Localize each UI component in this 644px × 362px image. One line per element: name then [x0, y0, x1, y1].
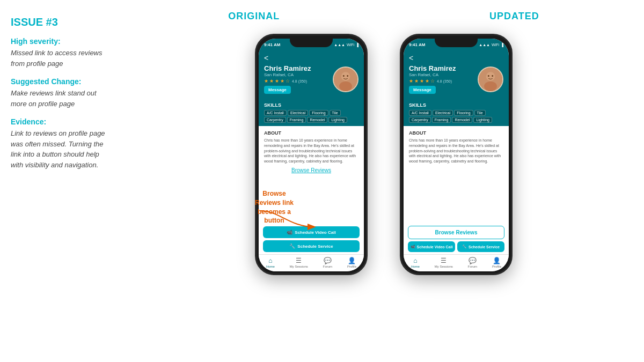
- action-buttons-row: 📹 Schedule Video Call 🔧 Schedule Service: [404, 241, 509, 254]
- browse-reviews-link[interactable]: Browse Reviews: [264, 164, 358, 175]
- skill-ac-u: A/C Install: [409, 110, 431, 116]
- updated-phone: 9:41 AM ▲▲▲ WiFi ▐ < Chris Ramirez: [400, 34, 513, 275]
- star-2-u: ★: [414, 78, 419, 84]
- status-time-updated: 9:41 AM: [409, 42, 425, 47]
- nav-home[interactable]: ⌂ Home: [266, 257, 275, 268]
- skill-carpentry: Carpentry: [264, 117, 286, 123]
- message-button[interactable]: Message: [264, 86, 291, 94]
- skills-row: A/C Install Electrical Flooring Tile Car…: [264, 110, 358, 123]
- nav-sessions[interactable]: ☰ My Sessions: [290, 257, 308, 268]
- skill-flooring-u: Flooring: [454, 110, 473, 116]
- wrench-icon: 🔧: [289, 243, 295, 249]
- high-severity-text: Missed link to access reviews from profi…: [11, 48, 113, 69]
- status-icons: ▲▲▲ WiFi ▐: [334, 43, 358, 47]
- nav-forum[interactable]: 💬 Forum: [323, 257, 332, 268]
- about-text-updated: Chris has more than 10 years experience …: [409, 138, 503, 164]
- svg-point-8: [488, 75, 489, 77]
- original-phone: 9:41 AM ▲▲▲ WiFi ▐ < Chris Ramirez: [255, 34, 368, 275]
- bottom-nav: ⌂ Home ☰ My Sessions 💬 Forum 👤: [259, 254, 364, 271]
- message-button-updated[interactable]: Message: [409, 86, 436, 94]
- suggested-change-label: Suggested Change:: [11, 77, 113, 86]
- schedule-video-label-updated: Schedule Video Call: [417, 245, 453, 249]
- original-screen: 9:41 AM ▲▲▲ WiFi ▐ < Chris Ramirez: [259, 39, 364, 271]
- rating-value: 4.8 (350): [292, 79, 307, 83]
- nav-forum-label-updated: Forum: [468, 265, 477, 268]
- annotation-overlay: BrowseReviews linkbecomes abutton: [123, 34, 644, 362]
- profile-name-updated: Chris Ramirez: [409, 64, 473, 72]
- sessions-icon-updated: ☰: [441, 257, 447, 264]
- schedule-video-button-updated[interactable]: 📹 Schedule Video Call: [408, 241, 455, 252]
- star-3-u: ★: [420, 78, 424, 84]
- signal-icon: ▲▲▲: [334, 43, 345, 47]
- schedule-service-button-updated[interactable]: 🔧 Schedule Service: [457, 241, 504, 252]
- skill-tile: Tile: [330, 110, 341, 116]
- profile-rating-updated: ★ ★ ★ ★ ☆ 4.8 (350): [409, 78, 473, 84]
- suggested-change-text: Make reviews link stand out more on prof…: [11, 88, 113, 109]
- phone-notch-updated: [435, 35, 478, 47]
- svg-point-3: [343, 75, 345, 77]
- skill-electrical-u: Electrical: [433, 110, 453, 116]
- svg-point-1: [341, 72, 350, 81]
- phones-container: 9:41 AM ▲▲▲ WiFi ▐ < Chris Ramirez: [123, 34, 644, 362]
- back-button[interactable]: <: [264, 54, 358, 62]
- about-title: ABOUT: [264, 130, 358, 136]
- browse-reviews-button[interactable]: Browse Reviews: [408, 226, 504, 239]
- nav-profile[interactable]: 👤 Profile: [347, 257, 356, 268]
- back-button-updated[interactable]: <: [409, 54, 503, 62]
- profile-name: Chris Ramirez: [264, 64, 328, 72]
- schedule-video-button[interactable]: 📹 Schedule Video Call: [263, 226, 360, 238]
- status-icons-updated: ▲▲▲ WiFi ▐: [479, 43, 503, 47]
- schedule-service-label-updated: Schedule Service: [469, 245, 500, 249]
- battery-icon: ▐: [356, 43, 358, 47]
- profile-rating: ★ ★ ★ ★ ☆ 4.8 (350): [264, 78, 328, 84]
- nav-profile-updated[interactable]: 👤 Profile: [492, 257, 501, 268]
- about-section: ABOUT Chris has more than 10 years exper…: [259, 126, 364, 226]
- home-icon-updated: ⌂: [413, 257, 417, 264]
- battery-icon-updated: ▐: [501, 43, 503, 47]
- skill-framing-u: Framing: [432, 117, 451, 123]
- bottom-nav-updated: ⌂ Home ☰ My Sessions 💬 Forum 👤: [404, 254, 509, 271]
- about-title-updated: ABOUT: [409, 130, 503, 136]
- sessions-icon: ☰: [296, 257, 302, 264]
- avatar-face: [334, 68, 357, 91]
- evidence-text: Link to reviews on profile page was ofte…: [11, 128, 113, 170]
- nav-profile-label: Profile: [347, 265, 356, 268]
- schedule-service-button[interactable]: 🔧 Schedule Service: [263, 240, 360, 252]
- original-phone-col: 9:41 AM ▲▲▲ WiFi ▐ < Chris Ramirez: [255, 34, 368, 275]
- skill-lighting: Lighting: [328, 117, 347, 123]
- skills-row-updated: A/C Install Electrical Flooring Tile Car…: [409, 110, 503, 123]
- signal-icon-updated: ▲▲▲: [479, 43, 490, 47]
- svg-point-4: [347, 75, 348, 77]
- star-1: ★: [264, 78, 268, 84]
- nav-forum-label: Forum: [323, 265, 332, 268]
- profile-info: Chris Ramirez San Rafael, CA ★ ★ ★ ★ ☆ 4…: [264, 64, 328, 94]
- wrench-icon-updated: 🔧: [462, 245, 467, 249]
- star-half: ☆: [286, 78, 290, 84]
- evidence-label: Evidence:: [11, 117, 113, 126]
- profile-location-updated: San Rafael, CA: [409, 72, 473, 77]
- avatar-face-updated: [479, 68, 502, 91]
- star-1-u: ★: [409, 78, 413, 84]
- skill-electrical: Electrical: [288, 110, 308, 116]
- svg-point-9: [492, 75, 493, 77]
- star-4-u: ★: [425, 78, 429, 84]
- about-text: Chris has more than 10 years experience …: [264, 138, 358, 164]
- skill-carpentry-u: Carpentry: [409, 117, 431, 123]
- updated-screen: 9:41 AM ▲▲▲ WiFi ▐ < Chris Ramirez: [404, 39, 509, 271]
- home-icon: ⌂: [268, 257, 272, 264]
- wifi-icon: WiFi: [347, 43, 354, 47]
- updated-phone-col: 9:41 AM ▲▲▲ WiFi ▐ < Chris Ramirez: [400, 34, 513, 275]
- nav-sessions-updated[interactable]: ☰ My Sessions: [435, 257, 453, 268]
- skill-tile-u: Tile: [474, 110, 486, 116]
- nav-forum-updated[interactable]: 💬 Forum: [468, 257, 477, 268]
- rating-value-updated: 4.8 (350): [437, 79, 452, 83]
- skills-title-updated: SKILLS: [409, 102, 503, 108]
- star-4: ★: [280, 78, 284, 84]
- nav-sessions-label: My Sessions: [290, 265, 308, 268]
- left-panel: ISSUE #3 High severity: Missed link to a…: [0, 0, 123, 362]
- svg-point-6: [486, 72, 495, 81]
- profile-icon-updated: 👤: [493, 257, 501, 264]
- nav-home-updated[interactable]: ⌂ Home: [411, 257, 420, 268]
- skills-title: SKILLS: [264, 102, 358, 108]
- video-icon-updated: 📹: [411, 245, 415, 249]
